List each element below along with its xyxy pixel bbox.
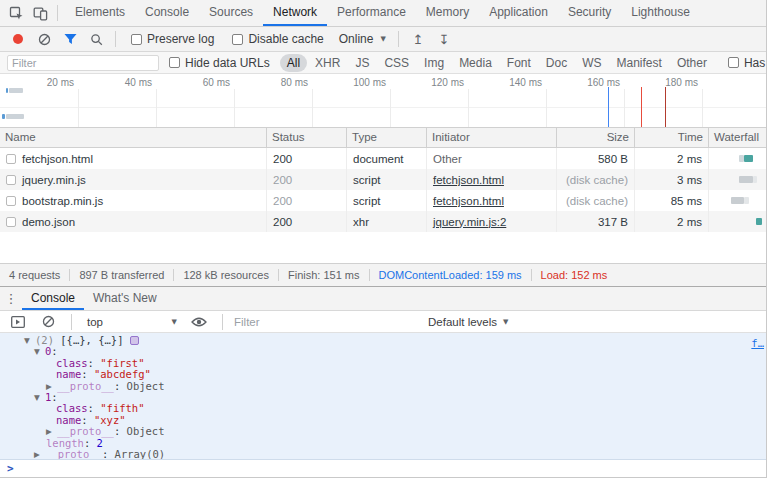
tab-network[interactable]: Network bbox=[263, 0, 327, 26]
overview-lane-divider bbox=[0, 107, 766, 108]
table-row[interactable]: demo.json200xhrjquery.min.js:2317 B2 ms bbox=[0, 211, 766, 232]
drawer-tab-what-s-new[interactable]: What's New bbox=[84, 287, 166, 310]
tab-lighthouse[interactable]: Lighthouse bbox=[621, 0, 700, 26]
tree-segment: "fifth" bbox=[100, 402, 144, 414]
column-header-status[interactable]: Status bbox=[266, 128, 346, 147]
javascript-context-select[interactable]: top ▼ bbox=[83, 316, 181, 328]
preserve-log-label: Preserve log bbox=[147, 32, 214, 46]
collapse-arrow-icon[interactable]: ▼ bbox=[24, 335, 35, 346]
main-tabbar: ElementsConsoleSourcesNetworkPerformance… bbox=[0, 0, 766, 27]
type-filter-all[interactable]: All bbox=[280, 54, 307, 72]
console-prompt[interactable]: > bbox=[0, 460, 766, 477]
column-header-waterfall[interactable]: Waterfall bbox=[708, 128, 767, 147]
console-source-link[interactable]: f… bbox=[751, 337, 764, 349]
cell-time: 2 ms bbox=[634, 148, 708, 169]
column-header-time[interactable]: Time bbox=[634, 128, 708, 147]
tree-segment: name bbox=[56, 414, 81, 426]
collapse-arrow-icon[interactable]: ▼ bbox=[34, 392, 45, 403]
tree-segment: : bbox=[114, 425, 127, 437]
log-levels-select[interactable]: Default levels ▼ bbox=[428, 316, 508, 328]
waterfall-bar bbox=[739, 176, 753, 183]
column-header-initiator[interactable]: Initiator bbox=[426, 128, 556, 147]
has-blocked-cookies-checkbox[interactable]: Has blocked cookies bbox=[728, 56, 767, 70]
network-filter-bar: Hide data URLs AllXHRJSCSSImgMediaFontDo… bbox=[0, 52, 766, 74]
cell-initiator: fetchjson.html bbox=[426, 169, 556, 190]
filter-funnel-icon[interactable] bbox=[58, 27, 82, 51]
network-toolbar: Preserve log Disable cache Online ▼ ↥ ↧ bbox=[0, 27, 766, 52]
type-filter-img[interactable]: Img bbox=[417, 54, 451, 72]
ruler-gridline bbox=[234, 89, 235, 127]
tab-memory[interactable]: Memory bbox=[416, 0, 479, 26]
drawer-tab-console[interactable]: Console bbox=[22, 287, 84, 310]
console-filter-input[interactable] bbox=[234, 316, 394, 328]
tab-elements[interactable]: Elements bbox=[65, 0, 135, 26]
summary-item: 4 requests bbox=[0, 269, 69, 281]
throttling-select[interactable]: Online ▼ bbox=[334, 32, 391, 46]
tab-application[interactable]: Application bbox=[479, 0, 558, 26]
cell-size: 580 B bbox=[556, 148, 634, 169]
cell-size: (disk cache) bbox=[556, 169, 634, 190]
tree-line[interactable]: ▶__proto__: Object bbox=[0, 381, 766, 392]
disable-cache-checkbox[interactable]: Disable cache bbox=[232, 32, 323, 46]
resource-type-filters: AllXHRJSCSSImgMediaFontDocWSManifestOthe… bbox=[280, 54, 714, 72]
log-levels-value: Default levels bbox=[428, 316, 497, 328]
table-row[interactable]: fetchjson.html200documentOther580 B2 ms bbox=[0, 148, 766, 169]
column-header-name[interactable]: Name bbox=[0, 128, 266, 147]
initiator-link[interactable]: fetchjson.html bbox=[433, 195, 504, 207]
clear-console-button[interactable] bbox=[36, 310, 60, 334]
initiator-link[interactable]: jquery.min.js:2 bbox=[433, 216, 506, 228]
cell-status: 200 bbox=[266, 169, 346, 190]
chevron-down-icon: ▼ bbox=[380, 35, 385, 43]
import-har-icon: ↥ bbox=[412, 32, 423, 47]
network-filter-input[interactable] bbox=[7, 55, 159, 71]
preserve-log-checkbox[interactable]: Preserve log bbox=[131, 32, 214, 46]
overview-bar bbox=[9, 88, 23, 93]
export-har-button[interactable]: ↧ bbox=[432, 27, 456, 51]
type-filter-font[interactable]: Font bbox=[500, 54, 538, 72]
cell-status: 200 bbox=[266, 211, 346, 232]
context-value: top bbox=[87, 316, 103, 328]
import-har-button[interactable]: ↥ bbox=[406, 27, 430, 51]
column-header-type[interactable]: Type bbox=[346, 128, 426, 147]
type-filter-media[interactable]: Media bbox=[452, 54, 499, 72]
collapse-arrow-icon[interactable]: ▼ bbox=[34, 346, 45, 357]
tree-line[interactable]: ▶__proto__: Object bbox=[0, 426, 766, 437]
table-row[interactable]: bootstrap.min.js200scriptfetchjson.html(… bbox=[0, 190, 766, 211]
cell-size: (disk cache) bbox=[556, 190, 634, 211]
type-filter-manifest[interactable]: Manifest bbox=[610, 54, 669, 72]
device-toolbar-icon[interactable] bbox=[28, 1, 52, 25]
type-filter-doc[interactable]: Doc bbox=[539, 54, 574, 72]
hide-data-urls-checkbox[interactable]: Hide data URLs bbox=[169, 56, 270, 70]
inspect-element-icon[interactable] bbox=[4, 1, 28, 25]
search-icon[interactable] bbox=[84, 27, 108, 51]
console-log-tree: ▼(2) [{…}, {…}]▼0:class: "first"name: "a… bbox=[0, 335, 766, 460]
record-network-log-button[interactable] bbox=[6, 27, 30, 51]
overview-bar bbox=[6, 114, 24, 119]
tab-performance[interactable]: Performance bbox=[327, 0, 416, 26]
tab-console[interactable]: Console bbox=[135, 0, 199, 26]
live-expression-eye-icon[interactable] bbox=[187, 310, 211, 334]
tab-sources[interactable]: Sources bbox=[199, 0, 263, 26]
type-filter-css[interactable]: CSS bbox=[377, 54, 416, 72]
type-filter-js[interactable]: JS bbox=[348, 54, 376, 72]
type-filter-xhr[interactable]: XHR bbox=[308, 54, 347, 72]
expand-arrow-icon[interactable]: ▶ bbox=[34, 449, 45, 460]
event-line bbox=[665, 87, 666, 127]
ruler-tick-label: 80 ms bbox=[248, 77, 308, 88]
tree-line[interactable]: ▼(2) [{…}, {…}] bbox=[0, 335, 766, 346]
tab-security[interactable]: Security bbox=[558, 0, 621, 26]
network-overview[interactable]: 20 ms40 ms60 ms80 ms100 ms120 ms140 ms16… bbox=[0, 74, 766, 128]
table-row[interactable]: jquery.min.js200scriptfetchjson.html(dis… bbox=[0, 169, 766, 190]
request-name: bootstrap.min.js bbox=[22, 195, 103, 207]
cell-type: xhr bbox=[346, 211, 426, 232]
console-sidebar-toggle-icon[interactable] bbox=[6, 310, 30, 334]
ruler-gridline bbox=[546, 89, 547, 127]
request-name: jquery.min.js bbox=[22, 174, 86, 186]
type-filter-ws[interactable]: WS bbox=[575, 54, 608, 72]
type-filter-other[interactable]: Other bbox=[670, 54, 714, 72]
initiator-link[interactable]: fetchjson.html bbox=[433, 174, 504, 186]
clear-network-log-button[interactable] bbox=[32, 27, 56, 51]
tree-line[interactable]: ▶__proto__: Array(0) bbox=[0, 449, 766, 460]
column-header-size[interactable]: Size bbox=[556, 128, 634, 147]
kebab-menu-icon[interactable]: ⋮ bbox=[0, 291, 22, 306]
